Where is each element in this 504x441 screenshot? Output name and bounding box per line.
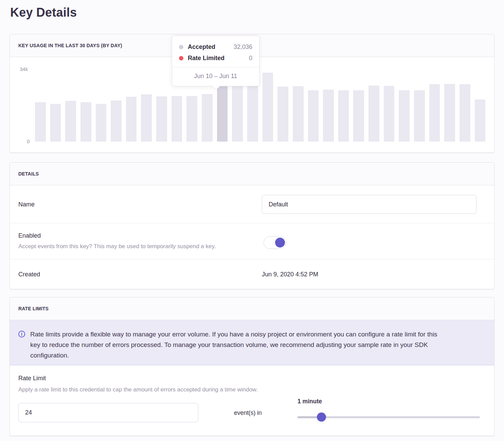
chart-bar[interactable] [444,84,455,142]
chart-bar[interactable] [111,100,122,142]
chart-bar[interactable] [308,90,319,142]
y-axis-max-label: 34k [20,66,28,72]
chart-bar[interactable] [338,90,349,142]
chart-bar[interactable] [414,90,425,142]
chart-bar[interactable] [126,97,137,142]
rate-limit-count-input[interactable] [18,403,198,422]
rate-limit-window-label: 1 minute [298,398,480,405]
name-row: Name [10,185,494,223]
chart-bar[interactable] [263,73,273,142]
rate-limit-help: Apply a rate limit to this credential to… [18,386,258,393]
rate-limited-dot-icon [179,56,183,60]
chart-bar[interactable] [232,85,243,142]
chart-bar[interactable] [172,96,182,142]
chart-bar[interactable] [429,84,440,142]
rate-limits-panel: RATE LIMITS i Rate limits provide a flex… [10,297,494,436]
rate-limit-window-slider[interactable] [298,416,480,418]
tooltip-row-accepted: Accepted 32,036 [179,41,252,53]
chart-bar[interactable] [50,104,61,142]
rate-limit-window-control: 1 minute [298,398,480,425]
chart-bar[interactable] [141,94,152,142]
chart-bar[interactable] [353,90,364,142]
created-value: Jun 9, 2020 4:52 PM [262,271,318,278]
chart-bar[interactable] [202,94,213,142]
rate-limit-connector-text: event(s) in [234,409,262,417]
name-input[interactable] [262,195,476,214]
chart-bar[interactable] [96,104,107,142]
enabled-toggle-knob[interactable] [275,238,285,247]
rate-limits-alert-text: Rate limits provide a flexible way to ma… [30,329,445,361]
chart-tooltip: Accepted 32,036 Rate Limited 0 Jun 10 – … [172,36,259,86]
chart-bar[interactable] [460,84,470,142]
enabled-row: Enabled Accept events from this key? Thi… [10,223,494,259]
chart-bars [35,67,485,142]
chart-bar[interactable] [80,102,91,142]
key-usage-panel: KEY USAGE IN THE LAST 30 DAYS (BY DAY) 3… [10,34,494,153]
accepted-dot-icon [179,45,183,49]
chart-bar[interactable] [293,86,304,142]
tooltip-legend: Accepted 32,036 Rate Limited 0 [172,36,259,65]
details-panel: DETAILS Name Enabled Accept events from … [10,162,494,289]
chart-bar[interactable] [247,85,258,142]
chart-bar[interactable] [35,102,46,142]
accepted-value: 32,036 [234,43,252,51]
chart-bar[interactable] [475,99,486,142]
info-icon: i [18,331,25,337]
enabled-toggle[interactable] [264,236,286,249]
rate-limited-value: 0 [249,55,252,62]
chart-bar[interactable] [399,90,410,142]
name-label: Name [18,201,35,208]
rate-limit-label: Rate Limit [18,375,46,382]
chart-bar[interactable] [323,90,334,142]
created-label: Created [18,271,40,278]
created-row: Created Jun 9, 2020 4:52 PM [10,259,494,290]
chart-bar[interactable] [277,87,288,142]
enabled-help: Accept events from this key? This may be… [18,243,216,250]
rate-limits-panel-header: RATE LIMITS [10,297,494,320]
chart-bar[interactable] [186,96,197,142]
chart-bar[interactable] [368,86,379,142]
rate-limited-label: Rate Limited [188,55,224,62]
chart-bar[interactable] [156,96,167,142]
details-panel-header: DETAILS [10,163,494,185]
enabled-label: Enabled [18,232,41,239]
rate-limits-info-alert: i Rate limits provide a flexible way to … [10,320,494,365]
page-title: Key Details [10,5,77,20]
slider-knob[interactable] [317,412,326,422]
accepted-label: Accepted [188,43,215,51]
chart-bar[interactable] [65,101,76,142]
chart-bar[interactable] [384,86,395,142]
tooltip-row-rate-limited: Rate Limited 0 [179,53,252,64]
y-axis-min-label: 0 [27,139,30,144]
